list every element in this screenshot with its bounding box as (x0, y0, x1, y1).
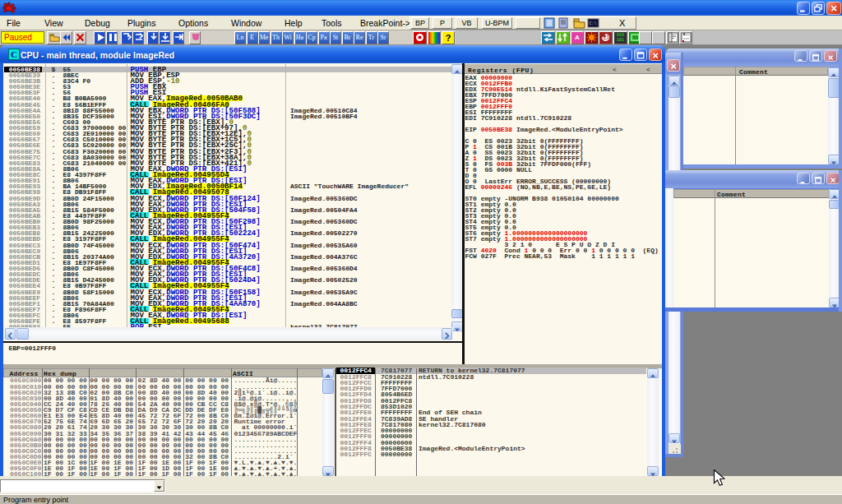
svg-text:C:\: C:\ (590, 21, 597, 26)
